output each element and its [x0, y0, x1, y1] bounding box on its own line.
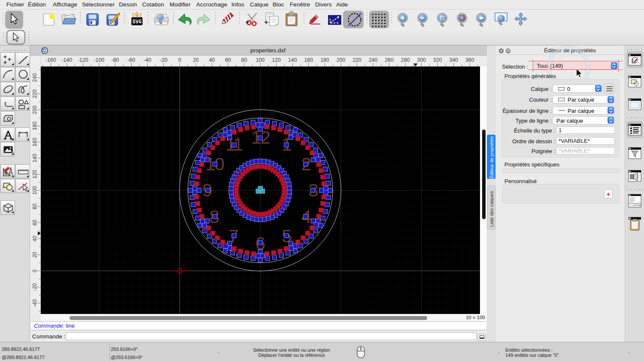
svg-text:200: 200 — [337, 57, 346, 63]
svg-text:180: 180 — [320, 57, 329, 63]
svg-text:0: 0 — [32, 269, 38, 272]
svg-text:-40: -40 — [144, 57, 152, 63]
svg-text:120: 120 — [272, 57, 281, 63]
svg-text:-140: -140 — [61, 57, 72, 63]
svg-text:100: 100 — [32, 186, 38, 195]
svg-text:-120: -120 — [78, 57, 88, 63]
svg-text:-80: -80 — [111, 57, 119, 63]
svg-text:160: 160 — [32, 138, 38, 147]
svg-text:160: 160 — [304, 57, 313, 63]
svg-text:120: 120 — [32, 170, 38, 179]
svg-text:260: 260 — [385, 57, 394, 63]
svg-text:60: 60 — [225, 57, 231, 63]
svg-text:140: 140 — [32, 154, 38, 163]
svg-text:40: 40 — [209, 57, 215, 63]
svg-text:220: 220 — [32, 89, 38, 98]
svg-text:200: 200 — [32, 106, 38, 115]
svg-text:60: 60 — [32, 220, 38, 226]
svg-text:0: 0 — [178, 57, 181, 63]
svg-text:360: 360 — [465, 57, 474, 63]
svg-text:220: 220 — [352, 57, 361, 63]
svg-text:300: 300 — [417, 57, 426, 63]
svg-text:280: 280 — [401, 57, 410, 63]
svg-text:180: 180 — [32, 121, 38, 130]
svg-text:40: 40 — [32, 235, 38, 241]
svg-text:240: 240 — [369, 57, 378, 63]
svg-text:320: 320 — [433, 57, 442, 63]
svg-text:80: 80 — [241, 57, 247, 63]
svg-text:-160: -160 — [46, 57, 56, 63]
svg-text:-20: -20 — [160, 57, 167, 63]
svg-text:c:_command: c:_command — [630, 204, 641, 206]
svg-text:-60: -60 — [128, 57, 135, 63]
svg-text:100: 100 — [256, 57, 265, 63]
svg-text:240: 240 — [32, 73, 38, 82]
svg-text:-100: -100 — [94, 57, 104, 63]
svg-text:20: 20 — [193, 57, 199, 63]
svg-text:-40: -40 — [32, 299, 38, 307]
svg-text:20: 20 — [32, 252, 38, 258]
svg-text:80: 80 — [32, 203, 38, 209]
svg-text:140: 140 — [288, 57, 297, 63]
svg-text:340: 340 — [449, 57, 458, 63]
svg-text:-20: -20 — [32, 283, 38, 291]
